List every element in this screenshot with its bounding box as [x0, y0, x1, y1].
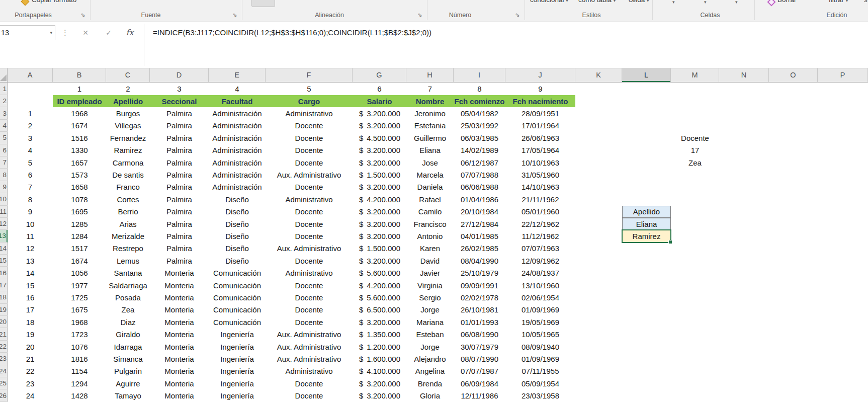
column-header-K[interactable]: K — [575, 68, 622, 82]
cell-A12[interactable]: 10 — [8, 218, 53, 230]
cell-B11[interactable]: 1695 — [53, 206, 106, 218]
cell-G11[interactable]: $3.200.000 — [353, 206, 406, 218]
column-header-D[interactable]: D — [150, 68, 209, 82]
cell-D15[interactable]: Palmira — [150, 255, 209, 267]
cell-M1[interactable] — [671, 83, 719, 95]
cell-O1[interactable] — [769, 83, 818, 95]
cell-C14[interactable]: Restrepo — [106, 243, 150, 255]
cell-D22[interactable]: Monteria — [150, 341, 209, 353]
cell-B7[interactable]: 1657 — [53, 156, 106, 169]
cell-I9[interactable]: 06/06/1988 — [454, 181, 505, 193]
cell-P19[interactable] — [818, 304, 868, 316]
cell-O11[interactable] — [769, 206, 818, 218]
cell-E18[interactable]: Comunicación — [209, 291, 266, 303]
cell-B12[interactable]: 1285 — [53, 218, 106, 230]
cell-B15[interactable]: 1674 — [53, 255, 106, 267]
cell-I21[interactable]: 06/08/1990 — [454, 328, 505, 340]
dialog-launcher-icon[interactable]: ⇘ — [232, 12, 237, 18]
cell-E10[interactable]: Diseño — [209, 193, 266, 205]
cell-H3[interactable]: Jeronimo — [406, 107, 454, 119]
cell-F24[interactable]: Administrativo — [266, 365, 353, 377]
cell-B20[interactable]: 1968 — [53, 316, 106, 328]
cell-J20[interactable]: 19/05/1969 — [505, 316, 575, 328]
cell-A13[interactable]: 11 — [8, 230, 53, 242]
cell-H10[interactable]: Rafael — [406, 193, 454, 205]
cell-E1[interactable]: 4 — [209, 83, 266, 95]
cell-O16[interactable] — [769, 267, 818, 279]
cell-A7[interactable]: 5 — [8, 156, 53, 169]
cell-E14[interactable]: Diseño — [209, 243, 266, 255]
cell-G8[interactable]: $1.500.000 — [353, 169, 406, 181]
cell-D25[interactable]: Monteria — [150, 377, 209, 389]
cell-A17[interactable]: 15 — [8, 279, 53, 291]
cell-I12[interactable]: 27/12/1984 — [454, 218, 505, 230]
cell-K25[interactable] — [575, 377, 622, 389]
cell-K15[interactable] — [575, 255, 622, 267]
cell-P18[interactable] — [818, 291, 868, 303]
cell-E12[interactable]: Diseño — [209, 218, 266, 230]
cell-P10[interactable] — [818, 193, 868, 205]
cell-K6[interactable] — [575, 144, 622, 156]
cell-D6[interactable]: Palmira — [150, 144, 209, 156]
column-header-A[interactable]: A — [8, 68, 53, 82]
cell-B16[interactable]: 1056 — [53, 267, 106, 279]
cell-D9[interactable]: Palmira — [150, 181, 209, 193]
cell-C1[interactable]: 2 — [106, 83, 150, 95]
row-header-6[interactable]: 6 — [0, 144, 8, 156]
cell-E8[interactable]: Administración — [209, 169, 266, 181]
cell-I24[interactable]: 07/07/1987 — [454, 365, 505, 377]
cell-D17[interactable]: Monteria — [150, 279, 209, 291]
row-header-22[interactable]: 22 — [0, 341, 8, 353]
cell-E9[interactable]: Administración — [209, 181, 266, 193]
column-header-B[interactable]: B — [53, 68, 106, 82]
cell-H17[interactable]: Virginia — [406, 279, 454, 291]
select-all-corner[interactable] — [0, 68, 8, 82]
cell-L9[interactable] — [622, 181, 671, 193]
column-header-E[interactable]: E — [209, 68, 266, 82]
cell-J17[interactable]: 13/10/1960 — [505, 279, 575, 291]
format-as-table-button[interactable]: como tabla ▾ — [578, 0, 616, 4]
cell-D11[interactable]: Palmira — [150, 206, 209, 218]
cell-D18[interactable]: Monteria — [150, 291, 209, 303]
column-header-C[interactable]: C — [106, 68, 150, 82]
cell-H13[interactable]: Antonio — [406, 230, 454, 242]
cell-K10[interactable] — [575, 193, 622, 205]
cell-C8[interactable]: De santis — [106, 169, 150, 181]
cell-H26[interactable]: Gloria — [406, 389, 454, 401]
cell-J11[interactable]: 05/01/1960 — [505, 206, 575, 218]
cell-J18[interactable]: 02/06/1954 — [505, 291, 575, 303]
cell-A20[interactable]: 18 — [8, 316, 53, 328]
cell-N5[interactable] — [719, 132, 769, 144]
cell-A22[interactable]: 20 — [8, 341, 53, 353]
row-header-19[interactable]: 19 — [0, 304, 8, 316]
enter-check-icon[interactable]: ✓ — [103, 25, 115, 40]
cell-O22[interactable] — [769, 341, 818, 353]
cell-P12[interactable] — [818, 218, 868, 230]
cell-A18[interactable]: 16 — [8, 291, 53, 303]
cell-P24[interactable] — [818, 365, 868, 377]
cell-N10[interactable] — [719, 193, 769, 205]
cell-L19[interactable] — [622, 304, 671, 316]
cell-M26[interactable] — [671, 389, 719, 401]
dialog-launcher-icon[interactable]: ⇘ — [515, 12, 519, 18]
cell-C21[interactable]: Giraldo — [106, 328, 150, 340]
cell-K2[interactable] — [575, 95, 622, 107]
cell-A5[interactable]: 3 — [8, 132, 53, 144]
cell-L8[interactable] — [622, 169, 671, 181]
cell-C15[interactable]: Lemus — [106, 255, 150, 267]
cell-F19[interactable]: Docente — [266, 304, 353, 316]
cell-L12[interactable]: Eliana — [622, 218, 671, 230]
cell-G23[interactable]: $1.600.000 — [353, 353, 406, 365]
cell-M25[interactable] — [671, 377, 719, 389]
cell-E13[interactable]: Diseño — [209, 230, 266, 242]
copy-format-button[interactable]: Copiar formato — [32, 0, 76, 4]
cell-C4[interactable]: Villegas — [106, 120, 150, 132]
cell-M2[interactable] — [671, 95, 719, 107]
row-header-2[interactable]: 2 — [0, 95, 8, 107]
cell-F4[interactable]: Docente — [266, 120, 353, 132]
row-header-17[interactable]: 17 — [0, 279, 8, 291]
cell-F11[interactable]: Docente — [266, 206, 353, 218]
cell-N15[interactable] — [719, 255, 769, 267]
cell-J9[interactable]: 14/10/1963 — [505, 181, 575, 193]
row-header-13[interactable]: 13 — [0, 230, 8, 242]
